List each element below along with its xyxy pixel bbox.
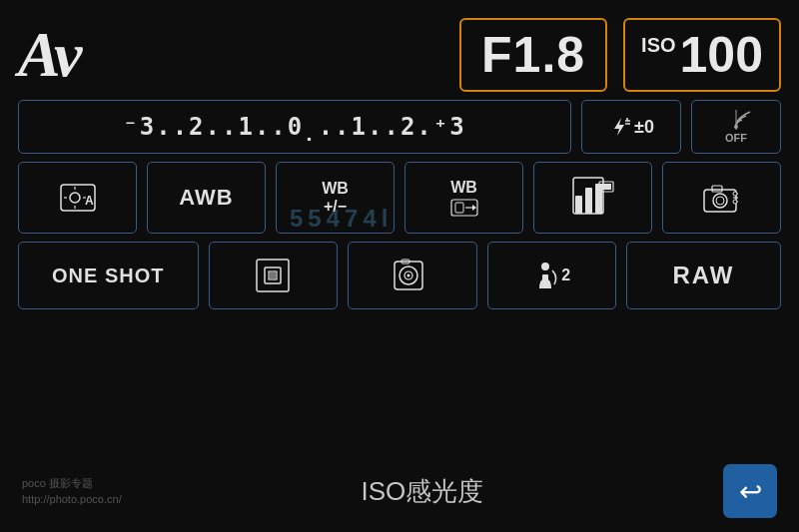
svg-point-41 <box>541 263 549 270</box>
wifi-icon <box>720 110 752 130</box>
af-point-icon <box>255 258 291 293</box>
back-arrow-icon: ↩ <box>739 475 762 508</box>
svg-marker-0 <box>614 118 624 136</box>
wifi-box[interactable]: OFF <box>691 100 781 154</box>
drive-mode-box[interactable]: ONE SHOT <box>18 242 199 309</box>
iso-label: ISO <box>641 34 675 57</box>
picture-style-box[interactable] <box>533 162 652 234</box>
watermark: poco 摄影专题 http://photo.poco.cn/ <box>22 475 122 508</box>
aperture-box[interactable]: F1.8 <box>459 18 607 92</box>
wb-shift-box[interactable]: WB <box>404 162 523 234</box>
flash-icon <box>608 116 630 138</box>
wb-shift-label: WB <box>450 179 477 197</box>
svg-text:A: A <box>85 194 94 208</box>
iso-value: 100 <box>680 26 763 84</box>
drive-mode-label: ONE SHOT <box>52 265 164 287</box>
svg-point-5 <box>734 125 738 129</box>
wb-adjust-label: WB <box>322 180 349 198</box>
svg-point-30 <box>733 192 737 196</box>
bottom-label: ISO感光度 <box>122 474 723 509</box>
svg-point-26 <box>716 197 724 205</box>
picture-style-icon <box>571 176 615 220</box>
svg-point-31 <box>733 200 737 204</box>
svg-rect-22 <box>601 184 611 190</box>
metering-icon: A <box>59 179 97 217</box>
svg-rect-35 <box>270 272 276 278</box>
svg-rect-18 <box>585 188 592 214</box>
svg-rect-14 <box>455 203 463 213</box>
self-timer-box[interactable]: 2 <box>487 242 617 309</box>
svg-marker-16 <box>472 205 476 211</box>
live-view-box[interactable] <box>348 242 477 309</box>
self-timer-label: 2 <box>561 266 570 284</box>
flash-comp-box[interactable]: ±0 <box>581 100 681 154</box>
svg-point-7 <box>70 193 80 203</box>
wb-adjust-box[interactable]: WB +/− <box>276 162 395 234</box>
svg-rect-24 <box>712 186 722 192</box>
self-timer-icon <box>532 261 558 290</box>
image-quality-label: RAW <box>673 262 735 289</box>
custom-function-box[interactable] <box>662 162 781 234</box>
custom-function-icon <box>700 176 744 220</box>
live-view-icon <box>393 258 432 293</box>
wb-shift-icon <box>450 199 478 217</box>
iso-box[interactable]: ISO 100 <box>623 18 781 92</box>
af-point-box[interactable] <box>209 242 339 309</box>
wifi-status: OFF <box>725 132 747 144</box>
camera-screen: Av F1.8 ISO 100 ⁻3..2..1..0̣..1..2.⁺3 ±0 <box>0 0 799 532</box>
awb-label: AWB <box>179 185 233 211</box>
metering-mode-box[interactable]: A <box>18 162 137 234</box>
wb-adjust-symbol: +/− <box>324 198 347 216</box>
svg-rect-42 <box>542 274 548 280</box>
svg-rect-17 <box>575 196 582 214</box>
svg-point-39 <box>406 274 409 277</box>
back-button[interactable]: ↩ <box>723 464 777 518</box>
exposure-scale-box[interactable]: ⁻3..2..1..0̣..1..2.⁺3 <box>18 100 571 154</box>
awb-box[interactable]: AWB <box>147 162 266 234</box>
exposure-scale: ⁻3..2..1..0̣..1..2.⁺3 <box>123 113 465 141</box>
svg-point-25 <box>713 194 727 208</box>
flash-comp-value: ±0 <box>634 117 654 138</box>
image-quality-box[interactable]: RAW <box>626 242 781 309</box>
mode-label: Av <box>18 18 128 92</box>
